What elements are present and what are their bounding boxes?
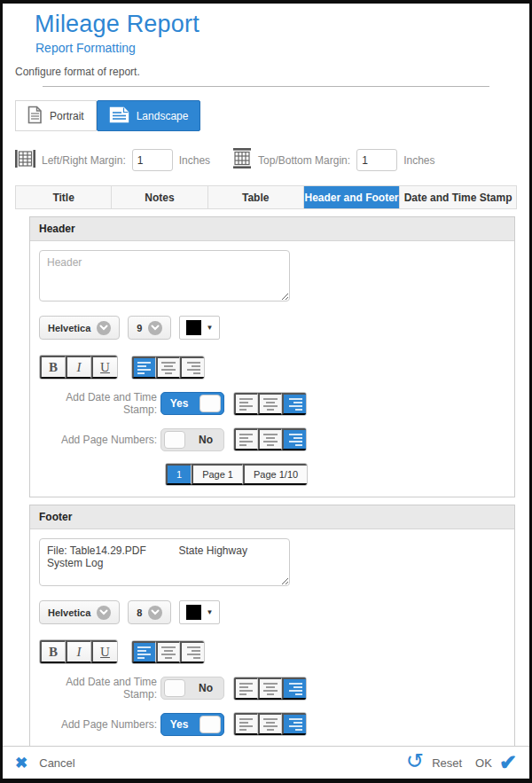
tab-title[interactable]: Title	[16, 186, 112, 208]
align-left-icon[interactable]	[234, 713, 258, 735]
tab-header-and-footer[interactable]: Header and Footer	[304, 186, 400, 208]
action-bar-right: ↺ Reset OK ✔	[406, 752, 517, 773]
color-swatch-black	[186, 605, 201, 620]
left-right-margin-icon	[15, 149, 35, 172]
tab-date-and-time-stamp[interactable]: Date and Time Stamp	[400, 186, 516, 208]
footer-date-stamp-toggle[interactable]: No	[160, 677, 224, 700]
reset-icon[interactable]: ↺	[406, 750, 424, 771]
align-left-icon[interactable]	[132, 356, 156, 379]
header-panel-body: Helvetica 9 ▼ B I	[30, 241, 514, 497]
footer-font-size-dropdown[interactable]: 8	[128, 600, 171, 624]
header-font-size-dropdown[interactable]: 9	[128, 316, 171, 340]
format-tabs: Title Notes Table Header and Footer Date…	[15, 185, 517, 209]
italic-button[interactable]: I	[66, 356, 91, 379]
toggle-knob	[164, 679, 185, 697]
dialog-content: Mileage Report Report Formatting Configu…	[3, 4, 529, 746]
page-title: Mileage Report	[35, 11, 529, 38]
ok-button[interactable]: OK ✔	[470, 752, 517, 773]
footer-font-color-dropdown[interactable]: ▼	[179, 600, 220, 624]
orientation-toggle-group: Portrait Landscape	[15, 100, 529, 131]
margins-row: Left/Right Margin: Inches Top/Bottom Mar…	[15, 148, 529, 172]
footer-page-numbers-align-group	[233, 712, 307, 736]
top-bottom-margin-input[interactable]	[356, 149, 397, 171]
header-date-stamp-label: Add Date and Time Stamp:	[39, 391, 157, 416]
underline-button[interactable]: U	[91, 640, 117, 663]
landscape-label: Landscape	[137, 110, 189, 122]
left-right-margin-input[interactable]	[132, 149, 173, 171]
landscape-button[interactable]: Landscape	[97, 100, 201, 131]
header-date-stamp-toggle[interactable]: Yes	[160, 392, 224, 415]
toggle-knob	[200, 395, 221, 412]
footer-panel-title: Footer	[30, 505, 514, 529]
landscape-page-icon	[109, 106, 129, 126]
align-center-icon[interactable]	[156, 641, 180, 663]
align-center-icon[interactable]	[156, 356, 180, 379]
top-bottom-margin-label: Top/Bottom Margin:	[258, 154, 350, 167]
align-right-icon[interactable]	[282, 713, 306, 735]
page-format-option-1[interactable]: 1	[166, 464, 192, 485]
header-font-size-value: 9	[137, 323, 142, 333]
footer-font-family-dropdown[interactable]: Helvetica	[39, 600, 120, 624]
left-right-margin-unit: Inches	[179, 154, 210, 167]
page-format-option-page1of10[interactable]: Page 1/10	[243, 464, 307, 485]
header-date-stamp-row: Add Date and Time Stamp: Yes	[39, 391, 505, 416]
header-font-color-dropdown[interactable]: ▼	[179, 316, 220, 340]
header-page-numbers-toggle[interactable]: No	[160, 428, 224, 451]
footer-font-size-value: 8	[137, 607, 142, 618]
align-right-icon[interactable]	[282, 677, 306, 700]
chevron-down-icon	[97, 321, 111, 335]
toggle-knob	[164, 431, 185, 449]
portrait-button[interactable]: Portrait	[15, 100, 97, 131]
page-description: Configure format of report.	[15, 66, 529, 78]
divider	[43, 86, 489, 87]
header-page-numbers-row: Add Page Numbers: No	[39, 427, 505, 451]
align-left-icon[interactable]	[234, 393, 258, 415]
page-format-option-page1[interactable]: Page 1	[192, 464, 243, 485]
align-right-icon[interactable]	[282, 393, 306, 415]
bold-button[interactable]: B	[40, 640, 66, 663]
toggle-state-label: No	[188, 682, 223, 694]
chevron-down-icon	[148, 321, 162, 335]
top-bottom-margin-icon	[232, 148, 252, 172]
footer-panel: Footer File: Table14.29.PDF State Highwa…	[29, 505, 515, 746]
align-left-icon[interactable]	[132, 641, 156, 663]
align-center-icon[interactable]	[258, 428, 282, 450]
tab-notes[interactable]: Notes	[112, 186, 207, 208]
bold-button[interactable]: B	[40, 356, 66, 379]
header-page-numbers-align-group	[233, 427, 307, 451]
align-center-icon[interactable]	[258, 393, 282, 415]
align-left-icon[interactable]	[234, 677, 258, 700]
align-right-icon[interactable]	[180, 641, 204, 663]
header-font-family-dropdown[interactable]: Helvetica	[39, 316, 120, 340]
align-right-icon[interactable]	[282, 428, 306, 450]
footer-font-row: Helvetica 8 ▼	[39, 600, 505, 624]
color-swatch-black	[186, 320, 201, 335]
footer-text-input[interactable]: File: Table14.29.PDF State Highway Syste…	[39, 538, 290, 586]
footer-format-row: B I U	[39, 639, 505, 664]
underline-button[interactable]: U	[91, 356, 117, 379]
header-format-row: B I U	[39, 355, 505, 380]
reset-label[interactable]: Reset	[432, 756, 462, 770]
align-center-icon[interactable]	[258, 713, 282, 735]
align-center-icon[interactable]	[258, 677, 282, 700]
header-text-align-group	[131, 356, 205, 380]
footer-page-numbers-toggle[interactable]: Yes	[160, 713, 224, 736]
italic-button[interactable]: I	[66, 640, 91, 663]
footer-date-stamp-row: Add Date and Time Stamp: No	[39, 676, 505, 701]
portrait-page-icon	[27, 106, 43, 127]
align-left-icon[interactable]	[234, 428, 258, 450]
ok-label: OK	[475, 756, 492, 770]
page-subtitle: Report Formatting	[35, 41, 529, 55]
portrait-label: Portrait	[50, 110, 84, 122]
tab-table[interactable]: Table	[208, 186, 304, 208]
footer-date-stamp-label: Add Date and Time Stamp:	[39, 676, 157, 701]
footer-style-group: B I U	[39, 639, 118, 664]
header-panel-title: Header	[30, 217, 514, 241]
cancel-button[interactable]: ✖ Cancel	[15, 756, 75, 771]
chevron-down-icon	[148, 606, 162, 620]
align-right-icon[interactable]	[180, 356, 204, 379]
header-text-input[interactable]	[39, 250, 290, 301]
header-date-stamp-align-group	[233, 392, 307, 416]
toggle-knob	[200, 716, 221, 733]
left-right-margin-label: Left/Right Margin:	[42, 154, 126, 167]
